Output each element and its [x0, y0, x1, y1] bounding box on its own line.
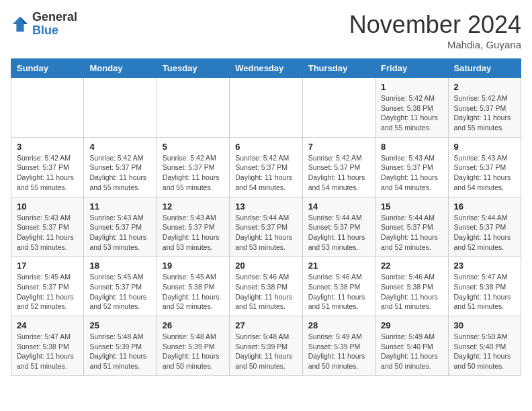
weekday-header: Wednesday [230, 59, 302, 78]
day-info: Sunrise: 5:46 AM Sunset: 5:38 PM Dayligh… [235, 272, 296, 312]
day-info: Sunrise: 5:45 AM Sunset: 5:38 PM Dayligh… [163, 272, 224, 312]
calendar-cell: 27Sunrise: 5:48 AM Sunset: 5:39 PM Dayli… [230, 316, 302, 376]
calendar-cell: 4Sunrise: 5:42 AM Sunset: 5:37 PM Daylig… [84, 137, 157, 197]
calendar-cell: 1Sunrise: 5:42 AM Sunset: 5:38 PM Daylig… [375, 78, 448, 138]
day-info: Sunrise: 5:42 AM Sunset: 5:37 PM Dayligh… [17, 153, 78, 193]
location: Mahdia, Guyana [349, 39, 521, 50]
calendar-cell [230, 78, 302, 138]
day-info: Sunrise: 5:47 AM Sunset: 5:38 PM Dayligh… [17, 332, 78, 371]
calendar-cell: 24Sunrise: 5:47 AM Sunset: 5:38 PM Dayli… [11, 316, 84, 376]
day-info: Sunrise: 5:48 AM Sunset: 5:39 PM Dayligh… [235, 332, 296, 371]
day-number: 1 [381, 82, 442, 92]
day-info: Sunrise: 5:44 AM Sunset: 5:37 PM Dayligh… [308, 213, 369, 253]
day-info: Sunrise: 5:42 AM Sunset: 5:38 PM Dayligh… [381, 93, 442, 133]
calendar-cell: 18Sunrise: 5:45 AM Sunset: 5:37 PM Dayli… [84, 257, 157, 316]
day-info: Sunrise: 5:44 AM Sunset: 5:37 PM Dayligh… [454, 213, 515, 253]
day-number: 25 [89, 320, 150, 330]
weekday-header: Saturday [448, 59, 521, 78]
calendar-week-row: 3Sunrise: 5:42 AM Sunset: 5:37 PM Daylig… [11, 137, 521, 197]
logo: General Blue [11, 11, 77, 38]
weekday-header: Sunday [11, 59, 84, 78]
day-number: 8 [381, 142, 442, 152]
calendar-cell: 30Sunrise: 5:50 AM Sunset: 5:40 PM Dayli… [448, 316, 521, 376]
day-number: 10 [17, 201, 78, 212]
calendar-cell: 23Sunrise: 5:47 AM Sunset: 5:38 PM Dayli… [448, 257, 521, 316]
calendar-cell: 20Sunrise: 5:46 AM Sunset: 5:38 PM Dayli… [230, 257, 302, 316]
day-info: Sunrise: 5:46 AM Sunset: 5:38 PM Dayligh… [381, 272, 442, 312]
logo-general: General [32, 10, 77, 24]
weekday-header: Friday [375, 59, 448, 78]
day-number: 20 [235, 261, 296, 271]
day-number: 6 [235, 142, 296, 152]
calendar-cell: 13Sunrise: 5:44 AM Sunset: 5:37 PM Dayli… [230, 197, 302, 257]
day-number: 17 [17, 261, 78, 271]
calendar-cell: 29Sunrise: 5:49 AM Sunset: 5:40 PM Dayli… [375, 316, 448, 376]
day-number: 9 [454, 142, 515, 152]
calendar-week-row: 10Sunrise: 5:43 AM Sunset: 5:37 PM Dayli… [11, 197, 521, 257]
day-number: 21 [308, 261, 369, 271]
calendar-cell: 7Sunrise: 5:42 AM Sunset: 5:37 PM Daylig… [302, 137, 375, 197]
calendar-cell: 11Sunrise: 5:43 AM Sunset: 5:37 PM Dayli… [84, 197, 157, 257]
calendar-cell: 22Sunrise: 5:46 AM Sunset: 5:38 PM Dayli… [375, 257, 448, 316]
day-info: Sunrise: 5:45 AM Sunset: 5:37 PM Dayligh… [17, 272, 78, 312]
day-number: 18 [89, 261, 150, 271]
day-info: Sunrise: 5:42 AM Sunset: 5:37 PM Dayligh… [308, 153, 369, 193]
day-info: Sunrise: 5:43 AM Sunset: 5:37 PM Dayligh… [381, 153, 442, 193]
calendar-cell [302, 78, 375, 138]
day-number: 28 [308, 320, 369, 330]
calendar-week-row: 24Sunrise: 5:47 AM Sunset: 5:38 PM Dayli… [11, 316, 521, 376]
logo-blue: Blue [32, 24, 58, 37]
calendar-cell: 12Sunrise: 5:43 AM Sunset: 5:37 PM Dayli… [157, 197, 229, 257]
weekday-header: Thursday [302, 59, 375, 78]
day-number: 3 [17, 142, 78, 152]
day-info: Sunrise: 5:43 AM Sunset: 5:37 PM Dayligh… [163, 213, 224, 253]
day-number: 27 [235, 320, 296, 330]
day-number: 29 [381, 320, 442, 330]
calendar-cell: 14Sunrise: 5:44 AM Sunset: 5:37 PM Dayli… [302, 197, 375, 257]
calendar-week-row: 17Sunrise: 5:45 AM Sunset: 5:37 PM Dayli… [11, 257, 521, 316]
calendar-cell: 5Sunrise: 5:42 AM Sunset: 5:37 PM Daylig… [157, 137, 229, 197]
day-number: 24 [17, 320, 78, 330]
day-number: 30 [454, 320, 515, 330]
day-number: 26 [163, 320, 224, 330]
calendar-cell: 21Sunrise: 5:46 AM Sunset: 5:38 PM Dayli… [302, 257, 375, 316]
weekday-header: Monday [84, 59, 157, 78]
calendar-cell: 2Sunrise: 5:42 AM Sunset: 5:37 PM Daylig… [448, 78, 521, 138]
day-info: Sunrise: 5:49 AM Sunset: 5:39 PM Dayligh… [308, 332, 369, 371]
month-title: November 2024 [349, 11, 521, 39]
day-info: Sunrise: 5:42 AM Sunset: 5:37 PM Dayligh… [163, 153, 224, 193]
day-info: Sunrise: 5:44 AM Sunset: 5:37 PM Dayligh… [381, 213, 442, 253]
calendar-cell: 10Sunrise: 5:43 AM Sunset: 5:37 PM Dayli… [11, 197, 84, 257]
calendar-cell: 26Sunrise: 5:48 AM Sunset: 5:39 PM Dayli… [157, 316, 229, 376]
day-number: 22 [381, 261, 442, 271]
day-info: Sunrise: 5:42 AM Sunset: 5:37 PM Dayligh… [235, 153, 296, 193]
calendar-cell [84, 78, 157, 138]
day-number: 2 [454, 82, 515, 92]
day-info: Sunrise: 5:44 AM Sunset: 5:37 PM Dayligh… [235, 213, 296, 253]
calendar-cell [11, 78, 84, 138]
day-number: 4 [89, 142, 150, 152]
calendar-cell: 19Sunrise: 5:45 AM Sunset: 5:38 PM Dayli… [157, 257, 229, 316]
day-info: Sunrise: 5:43 AM Sunset: 5:37 PM Dayligh… [89, 213, 150, 253]
calendar-week-row: 1Sunrise: 5:42 AM Sunset: 5:38 PM Daylig… [11, 78, 521, 138]
title-block: November 2024 Mahdia, Guyana [349, 11, 521, 50]
day-number: 12 [163, 201, 224, 212]
day-number: 19 [163, 261, 224, 271]
calendar-header-row: SundayMondayTuesdayWednesdayThursdayFrid… [11, 59, 521, 78]
calendar-cell: 25Sunrise: 5:48 AM Sunset: 5:39 PM Dayli… [84, 316, 157, 376]
day-number: 15 [381, 201, 442, 212]
day-number: 14 [308, 201, 369, 212]
day-info: Sunrise: 5:43 AM Sunset: 5:37 PM Dayligh… [454, 153, 515, 193]
day-info: Sunrise: 5:48 AM Sunset: 5:39 PM Dayligh… [89, 332, 150, 371]
day-info: Sunrise: 5:47 AM Sunset: 5:38 PM Dayligh… [454, 272, 515, 312]
calendar-cell: 15Sunrise: 5:44 AM Sunset: 5:37 PM Dayli… [375, 197, 448, 257]
day-number: 16 [454, 201, 515, 212]
day-info: Sunrise: 5:50 AM Sunset: 5:40 PM Dayligh… [454, 332, 515, 371]
calendar-cell: 9Sunrise: 5:43 AM Sunset: 5:37 PM Daylig… [448, 137, 521, 197]
calendar-cell: 8Sunrise: 5:43 AM Sunset: 5:37 PM Daylig… [375, 137, 448, 197]
calendar-cell: 17Sunrise: 5:45 AM Sunset: 5:37 PM Dayli… [11, 257, 84, 316]
calendar-cell: 28Sunrise: 5:49 AM Sunset: 5:39 PM Dayli… [302, 316, 375, 376]
calendar-cell: 3Sunrise: 5:42 AM Sunset: 5:37 PM Daylig… [11, 137, 84, 197]
calendar-cell [157, 78, 229, 138]
day-number: 23 [454, 261, 515, 271]
